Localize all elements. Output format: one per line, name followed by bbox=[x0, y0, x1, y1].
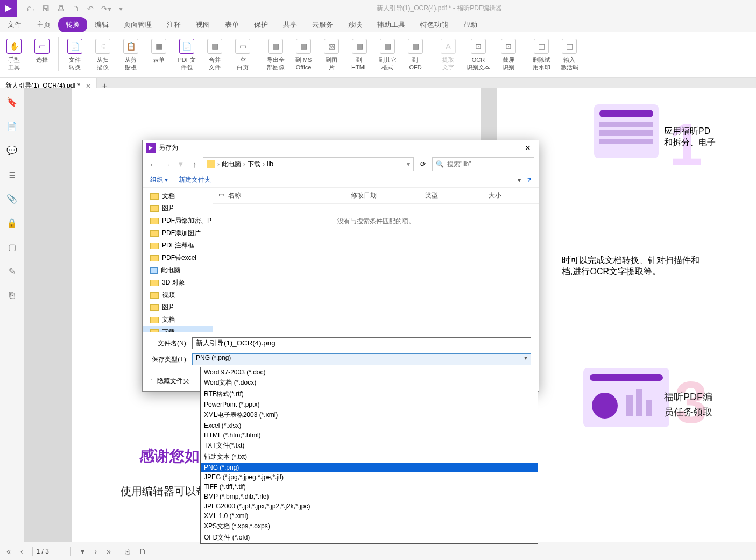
tree-item-label: PDF局部加密、P bbox=[162, 216, 211, 225]
tree-item[interactable]: 文档 bbox=[143, 314, 213, 326]
dialog-backdrop: 另存为 ✕ ← → ▾ ↑ › 此电脑 › 下载 › lib ▾ ⟳ bbox=[0, 0, 756, 560]
new-folder-button[interactable]: 新建文件夹 bbox=[179, 175, 211, 185]
filetype-option[interactable]: XML电子表格2003 (*.xml) bbox=[201, 409, 538, 421]
folder-icon bbox=[150, 255, 159, 261]
hidden-folders-label: 隐藏文件夹 bbox=[157, 377, 189, 386]
nav-forward-button[interactable]: → bbox=[161, 160, 173, 169]
thumb-col-icon[interactable]: ▭ bbox=[218, 191, 224, 200]
search-input[interactable]: 🔍 搜索"lib" bbox=[432, 157, 534, 171]
filetype-dropdown: Word 97-2003 (*.doc)Word文档 (*.docx)RTF格式… bbox=[200, 367, 538, 544]
breadcrumb-2[interactable]: lib bbox=[267, 160, 273, 168]
search-icon: 🔍 bbox=[436, 160, 444, 168]
folder-icon bbox=[150, 205, 159, 212]
col-type[interactable]: 类型 bbox=[425, 191, 484, 200]
filetype-option[interactable]: Word文档 (*.docx) bbox=[201, 377, 538, 388]
tree-item[interactable]: 3D 对象 bbox=[143, 277, 213, 289]
filetype-option[interactable]: JPEG (*.jpg,*.jpeg,*.jpe,*.jif) bbox=[201, 472, 538, 482]
computer-icon bbox=[150, 267, 158, 274]
nav-back-button[interactable]: ← bbox=[147, 160, 159, 169]
tree-item-label: 图片 bbox=[162, 204, 175, 213]
tree-item-label: PDF注释框 bbox=[162, 241, 194, 250]
tree-item-label: 文档 bbox=[162, 315, 175, 324]
col-name[interactable]: 名称 bbox=[228, 191, 347, 200]
folder-icon bbox=[150, 329, 159, 332]
filetype-option[interactable]: HTML (*.htm;*.html) bbox=[201, 430, 538, 440]
folder-icon bbox=[150, 193, 159, 200]
search-placeholder: 搜索"lib" bbox=[447, 160, 471, 169]
chevron-right-icon[interactable]: › bbox=[263, 160, 265, 168]
empty-message: 没有与搜索条件匹配的项。 bbox=[213, 217, 539, 226]
breadcrumb[interactable]: › 此电脑 › 下载 › lib ▾ bbox=[203, 157, 414, 171]
dialog-app-icon bbox=[146, 143, 156, 153]
folder-icon bbox=[150, 317, 159, 323]
nav-history-button[interactable]: ▾ bbox=[175, 159, 187, 169]
dialog-title: 另存为 bbox=[159, 143, 520, 152]
dialog-fields: 文件名(N): 保存类型(T): PNG (*.png) bbox=[143, 332, 539, 371]
folder-icon bbox=[150, 230, 159, 237]
tree-item[interactable]: 下载 bbox=[143, 326, 213, 332]
tree-item[interactable]: 图片 bbox=[143, 202, 213, 215]
tree-item[interactable]: 此电脑 bbox=[143, 264, 213, 277]
tree-item[interactable]: PDF局部加密、P bbox=[143, 215, 213, 227]
file-list: ▭ 名称 修改日期 类型 大小 没有与搜索条件匹配的项。 bbox=[213, 188, 539, 332]
filename-input[interactable] bbox=[192, 337, 531, 349]
filetype-option[interactable]: PowerPoint (*.pptx) bbox=[201, 400, 538, 409]
filetype-select[interactable]: PNG (*.png) bbox=[192, 353, 531, 365]
tree-item[interactable]: PDF转excel bbox=[143, 252, 213, 264]
dialog-close-button[interactable]: ✕ bbox=[520, 140, 535, 155]
tree-item-label: 图片 bbox=[162, 303, 175, 312]
breadcrumb-1[interactable]: 下载 bbox=[248, 160, 260, 169]
refresh-button[interactable]: ⟳ bbox=[416, 160, 430, 168]
dialog-toolbar: 组织 ▾ 新建文件夹 ≣ ▾ ? bbox=[143, 173, 539, 188]
filetype-option[interactable]: 辅助文本 (*.txt) bbox=[201, 451, 538, 463]
filetype-option[interactable]: JPEG2000 (*.jpf,*.jpx,*.jp2,*.j2k,*.jpc) bbox=[201, 501, 538, 511]
view-mode-button[interactable]: ≣ ▾ bbox=[510, 176, 520, 184]
tree-item-label: 文档 bbox=[162, 192, 175, 201]
chevron-up-icon: ˄ bbox=[150, 378, 153, 384]
folder-icon bbox=[150, 292, 159, 299]
folder-icon bbox=[150, 280, 159, 286]
tree-item[interactable]: 视频 bbox=[143, 289, 213, 301]
tree-item-label: 下载 bbox=[162, 328, 175, 332]
tree-item[interactable]: 文档 bbox=[143, 190, 213, 202]
col-date[interactable]: 修改日期 bbox=[351, 191, 421, 200]
chevron-right-icon[interactable]: › bbox=[217, 160, 220, 168]
chevron-right-icon[interactable]: › bbox=[243, 160, 245, 168]
filetype-option[interactable]: RTF格式(*.rtf) bbox=[201, 388, 538, 400]
nav-up-button[interactable]: ↑ bbox=[189, 160, 201, 169]
tree-item-label: PDF转excel bbox=[162, 253, 196, 263]
filetype-label: 保存类型(T): bbox=[150, 355, 188, 364]
tree-item[interactable]: PDF注释框 bbox=[143, 239, 213, 252]
folder-icon bbox=[207, 160, 215, 168]
filetype-option[interactable]: XPS文档 (*.xps,*.oxps) bbox=[201, 521, 538, 532]
organise-menu[interactable]: 组织 ▾ bbox=[150, 175, 168, 185]
filetype-option[interactable]: TXT文件(*.txt) bbox=[201, 440, 538, 451]
chevron-down-icon[interactable]: ▾ bbox=[407, 160, 410, 168]
filetype-option[interactable]: Word 97-2003 (*.doc) bbox=[201, 367, 538, 377]
folder-icon bbox=[150, 304, 159, 311]
dialog-title-bar: 另存为 ✕ bbox=[143, 140, 539, 155]
filename-label: 文件名(N): bbox=[150, 339, 188, 348]
help-icon[interactable]: ? bbox=[527, 176, 531, 184]
tree-item-label: PDF添加图片 bbox=[162, 229, 201, 238]
tree-item-label: 3D 对象 bbox=[162, 278, 185, 287]
tree-item[interactable]: 图片 bbox=[143, 301, 213, 314]
filetype-option[interactable]: Excel (*.xlsx) bbox=[201, 421, 538, 430]
folder-icon bbox=[150, 243, 159, 249]
tree-item-label: 此电脑 bbox=[161, 266, 180, 275]
tree-item[interactable]: PDF添加图片 bbox=[143, 227, 213, 239]
save-as-dialog: 另存为 ✕ ← → ▾ ↑ › 此电脑 › 下载 › lib ▾ ⟳ bbox=[142, 140, 539, 392]
filetype-option[interactable]: XML 1.0 (*.xml) bbox=[201, 511, 538, 521]
filetype-option[interactable]: TIFF (*.tiff,*.tif) bbox=[201, 482, 538, 492]
breadcrumb-0[interactable]: 此电脑 bbox=[222, 160, 241, 169]
dialog-nav: ← → ▾ ↑ › 此电脑 › 下载 › lib ▾ ⟳ 🔍 搜索"lib" bbox=[143, 155, 539, 173]
folder-icon bbox=[150, 218, 159, 224]
filetype-option[interactable]: PNG (*.png) bbox=[201, 463, 538, 472]
filetype-option[interactable]: BMP (*.bmp,*.dib,*.rle) bbox=[201, 492, 538, 501]
col-size[interactable]: 大小 bbox=[489, 191, 532, 200]
filetype-option[interactable]: OFD文件 (*.ofd) bbox=[201, 532, 538, 543]
folder-tree: 文档图片PDF局部加密、PPDF添加图片PDF注释框PDF转excel此电脑3D… bbox=[143, 188, 213, 332]
dialog-body: 文档图片PDF局部加密、PPDF添加图片PDF注释框PDF转excel此电脑3D… bbox=[143, 188, 539, 332]
tree-item-label: 视频 bbox=[162, 290, 175, 300]
